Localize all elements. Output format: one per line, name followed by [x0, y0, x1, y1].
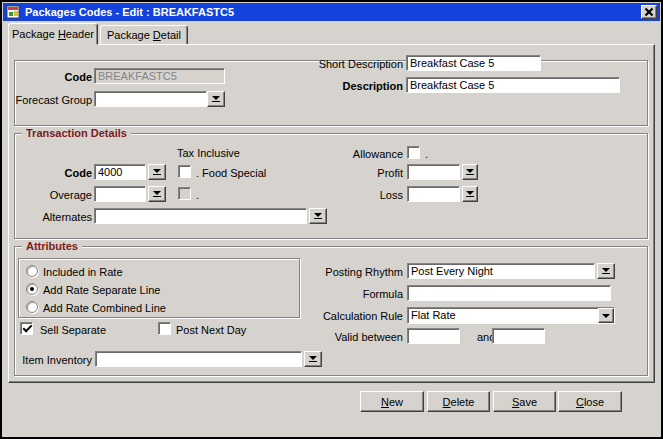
allowance-checkbox[interactable]	[407, 146, 420, 159]
radio-included-in-rate[interactable]	[26, 265, 38, 277]
code-input	[94, 68, 225, 84]
overage-lov-button[interactable]	[148, 186, 166, 202]
dropdown-lov-icon	[153, 169, 161, 175]
forecast-group-input[interactable]	[94, 91, 207, 107]
radio-add-rate-separate-line[interactable]	[26, 283, 38, 295]
dropdown-lov-icon	[309, 356, 317, 362]
valid-to-input[interactable]	[492, 328, 545, 344]
new-button-label: New	[381, 396, 403, 408]
tab-label: Package Header	[12, 28, 94, 40]
app-icon	[6, 5, 20, 19]
alternates-lov-button[interactable]	[309, 208, 327, 224]
post-next-day-checkbox[interactable]	[158, 322, 171, 335]
description-input[interactable]	[406, 77, 620, 93]
save-button[interactable]: Save	[493, 391, 556, 412]
radio-add-rate-separate-line-label: Add Rate Separate Line	[43, 284, 160, 297]
item-inventory-input[interactable]	[95, 351, 302, 367]
post-next-day-label: Post Next Day	[176, 324, 246, 337]
dropdown-lov-icon	[314, 213, 322, 219]
allowance-label: Allowance	[300, 148, 403, 161]
loss-label: Loss	[300, 189, 403, 202]
dropdown-lov-icon	[212, 96, 220, 102]
dropdown-lov-icon	[602, 268, 610, 274]
overage-input[interactable]	[94, 186, 146, 202]
new-button[interactable]: New	[360, 391, 424, 412]
calculation-rule-select[interactable]: Flat Rate	[407, 307, 615, 324]
posting-rhythm-lov-button[interactable]	[597, 263, 615, 279]
posting-rhythm-input[interactable]	[407, 263, 595, 279]
calculation-rule-dropdown-button[interactable]	[598, 308, 614, 323]
loss-lov-button[interactable]	[462, 186, 478, 202]
close-button-label: Close	[576, 396, 604, 408]
sell-separate-label: Sell Separate	[40, 324, 106, 337]
dropdown-lov-icon	[153, 191, 161, 197]
dropdown-lov-icon	[466, 169, 474, 175]
packages-codes-window: Packages Codes - Edit : BREAKFASTC5 Pack…	[0, 0, 663, 439]
alternates-input[interactable]	[94, 208, 307, 224]
short-description-input[interactable]	[406, 55, 541, 71]
valid-from-input[interactable]	[407, 328, 460, 344]
attributes-title: Attributes	[22, 240, 82, 252]
loss-input[interactable]	[407, 186, 460, 202]
overage-checkbox[interactable]	[178, 187, 191, 200]
dropdown-lov-icon	[466, 191, 474, 197]
forecast-group-label: Forecast Group	[10, 94, 92, 107]
food-special-label: . Food Special	[196, 167, 266, 180]
food-special-checkbox[interactable]	[178, 165, 191, 178]
item-inventory-lov-button[interactable]	[304, 351, 322, 367]
delete-button[interactable]: Delete	[427, 391, 490, 412]
profit-label: Profit	[300, 167, 403, 180]
tax-inclusive-label: Tax Inclusive	[177, 147, 240, 160]
dropdown-arrow-icon	[602, 314, 610, 318]
sell-separate-checkbox[interactable]	[20, 322, 33, 335]
allowance-suffix: .	[425, 148, 428, 161]
transaction-code-input[interactable]	[94, 164, 146, 180]
calculation-rule-value: Flat Rate	[408, 308, 598, 323]
profit-input[interactable]	[407, 164, 460, 180]
alternates-label: Alternates	[10, 211, 92, 224]
formula-input[interactable]	[407, 285, 611, 301]
tab-label: Package Detail	[107, 29, 181, 41]
close-button[interactable]	[641, 5, 657, 19]
overage-checkbox-suffix: .	[196, 189, 199, 202]
valid-between-label: Valid between	[300, 331, 403, 344]
formula-label: Formula	[300, 288, 403, 301]
transaction-code-lov-button[interactable]	[148, 164, 166, 180]
forecast-group-lov-button[interactable]	[207, 91, 225, 107]
title-bar[interactable]: Packages Codes - Edit : BREAKFASTC5	[3, 3, 660, 21]
tab-package-detail[interactable]: Package Detail	[100, 25, 188, 45]
tab-package-header[interactable]: Package Header	[8, 23, 98, 45]
calculation-rule-label: Calculation Rule	[300, 310, 403, 323]
save-button-label: Save	[512, 396, 537, 408]
overage-label: Overage	[10, 189, 92, 202]
description-label: Description	[300, 80, 403, 93]
short-description-label: Short Description	[300, 58, 403, 71]
close-icon	[645, 8, 653, 16]
item-inventory-label: Item Inventory	[10, 354, 92, 367]
transaction-details-title: Transaction Details	[22, 127, 131, 139]
posting-rhythm-label: Posting Rhythm	[300, 266, 403, 279]
profit-lov-button[interactable]	[462, 164, 478, 180]
radio-add-rate-combined-line[interactable]	[26, 301, 38, 313]
transaction-code-label: Code	[10, 167, 92, 180]
radio-add-rate-combined-line-label: Add Rate Combined Line	[43, 302, 166, 315]
delete-button-label: Delete	[443, 396, 475, 408]
radio-included-in-rate-label: Included in Rate	[43, 266, 123, 279]
code-label: Code	[10, 71, 92, 84]
window-title: Packages Codes - Edit : BREAKFASTC5	[25, 6, 234, 18]
close-window-button[interactable]: Close	[558, 391, 622, 412]
